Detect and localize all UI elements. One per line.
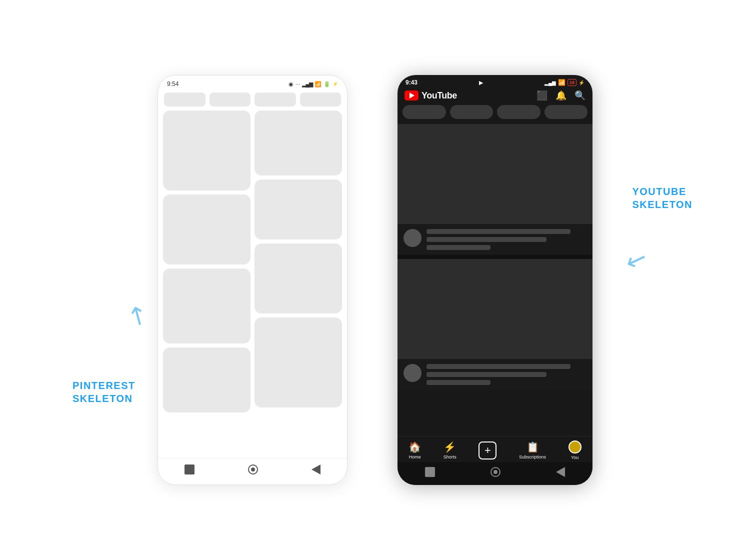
yt-play-icon [410,92,414,98]
pinterest-time: 9:54 [167,80,178,88]
wifi-icon: 📶 [314,81,322,88]
masonry-col-right [254,110,342,458]
yt-chip-4[interactable] [544,105,588,119]
pinterest-phone-wrapper: PINTERESTSKELETON ↗ 9:54 ◉ ··· ▂▄▆ 📶 🔋 ⚡ [158,75,348,485]
yt-divider-1 [398,255,592,259]
yt-video-meta-2 [398,359,592,390]
yt-nav-you[interactable]: You [568,440,582,460]
yt-header-icons: ⬛ 🔔 🔍 [536,90,586,101]
back-nav-icon[interactable] [312,464,320,474]
pinterest-filter-row [158,90,347,110]
square-nav-icon[interactable] [184,464,194,474]
yt-nav-shorts[interactable]: ⚡ Shorts [444,441,456,460]
youtube-phone: 9:43 ▶ ▂▄▆ 📶 18 ⚡ YouTube ⬛ [398,75,592,485]
yt-chips-row [398,105,592,124]
pinterest-card-3[interactable] [163,268,250,344]
yt-info-line-1 [426,245,490,250]
circle-nav-icon[interactable] [248,464,258,474]
pinterest-nav [158,458,347,484]
filter-chip-1[interactable] [164,92,206,106]
add-button[interactable]: + [478,442,496,460]
you-label: You [571,455,578,460]
yt-title-line-2 [426,364,570,369]
yt-bolt-icon: ⚡ [578,80,584,86]
shorts-icon: ⚡ [444,441,456,453]
pinterest-card-6[interactable] [254,180,342,240]
youtube-logo: YouTube [404,90,457,101]
yt-bottom-nav: 🏠 Home ⚡ Shorts + 📋 Subscriptions [398,436,592,462]
pinterest-status-icons: ◉ ··· ▂▄▆ 📶 🔋 ⚡ [288,81,338,88]
home-icon: 🏠 [408,441,421,453]
pinterest-masonry [158,110,347,458]
subscriptions-label: Subscriptions [519,454,546,460]
filter-chip-4[interactable] [300,92,342,106]
yt-signal-icon: ▂▄▆ [544,80,556,86]
yt-header: YouTube ⬛ 🔔 🔍 [398,88,592,105]
pinterest-status-bar: 9:54 ◉ ··· ▂▄▆ 📶 🔋 ⚡ [158,76,347,90]
yt-circle-nav[interactable] [490,467,500,477]
subscriptions-icon: 📋 [526,441,539,453]
bell-icon[interactable]: 🔔 [556,90,566,101]
pinterest-label: PINTERESTSKELETON [72,379,136,405]
yt-thumbnail-2[interactable] [398,259,592,359]
yt-meta-lines-2 [426,364,586,385]
pinterest-card-8[interactable] [254,318,342,408]
yt-status-icons: ▂▄▆ 📶 18 ⚡ [544,79,584,86]
pinterest-arrow: ↗ [122,298,154,333]
yt-chip-1[interactable] [402,105,446,119]
more-icon: ··· [296,81,300,87]
yt-logo-text: YouTube [422,90,457,101]
shorts-label: Shorts [444,454,456,460]
pinterest-card-1[interactable] [163,110,250,190]
whatsapp-icon: ◉ [288,81,294,88]
pinterest-card-7[interactable] [254,244,342,314]
yt-chip-3[interactable] [497,105,540,119]
pinterest-phone: 9:54 ◉ ··· ▂▄▆ 📶 🔋 ⚡ [158,75,348,485]
yt-square-nav[interactable] [425,467,435,477]
yt-play-indicator: ▶ [479,80,483,86]
yt-meta-lines-1 [426,229,586,250]
add-icon: + [484,444,491,457]
yt-logo-icon [404,90,418,100]
yt-status-bar: 9:43 ▶ ▂▄▆ 📶 18 ⚡ [398,75,592,88]
youtube-phone-wrapper: YOUTUBESKELETON ↙ 9:43 ▶ ▂▄▆ 📶 18 ⚡ [398,75,592,485]
battery-icon: 🔋 [324,81,330,88]
pinterest-card-4[interactable] [163,348,250,412]
bolt-icon: ⚡ [332,82,338,86]
youtube-label: YOUTUBESKELETON [632,185,692,211]
yt-phone-nav [398,462,592,485]
yt-chip-2[interactable] [450,105,494,119]
yt-avatar-2 [404,364,422,382]
yt-info-line-2 [426,380,490,385]
filter-chip-3[interactable] [254,92,296,106]
signal-icon: ▂▄▆ [302,81,312,88]
yt-battery: 18 [568,79,576,86]
home-label: Home [409,454,421,460]
pinterest-card-5[interactable] [254,110,342,176]
yt-time: 9:43 [406,79,418,86]
yt-nav-subscriptions[interactable]: 📋 Subscriptions [519,441,546,460]
you-avatar [568,440,582,454]
yt-nav-add[interactable]: + [478,442,496,460]
yt-video-meta-1 [398,224,592,255]
yt-subtitle-line-2 [426,372,546,377]
yt-back-nav[interactable] [556,467,565,477]
yt-avatar-1 [404,229,422,247]
masonry-col-left [163,110,250,458]
cast-icon[interactable]: ⬛ [536,90,548,101]
youtube-arrow: ↙ [622,242,652,277]
yt-thumbnail-1[interactable] [398,124,592,224]
pinterest-card-2[interactable] [163,194,250,264]
yt-wifi-icon: 📶 [558,79,566,86]
yt-subtitle-line-1 [426,237,546,242]
yt-nav-home[interactable]: 🏠 Home [408,441,421,460]
circle-inner [251,468,255,472]
yt-circle-inner [494,470,498,474]
yt-title-line-1 [426,229,570,234]
yt-content [398,124,592,436]
filter-chip-2[interactable] [210,92,251,106]
search-icon[interactable]: 🔍 [574,90,586,101]
